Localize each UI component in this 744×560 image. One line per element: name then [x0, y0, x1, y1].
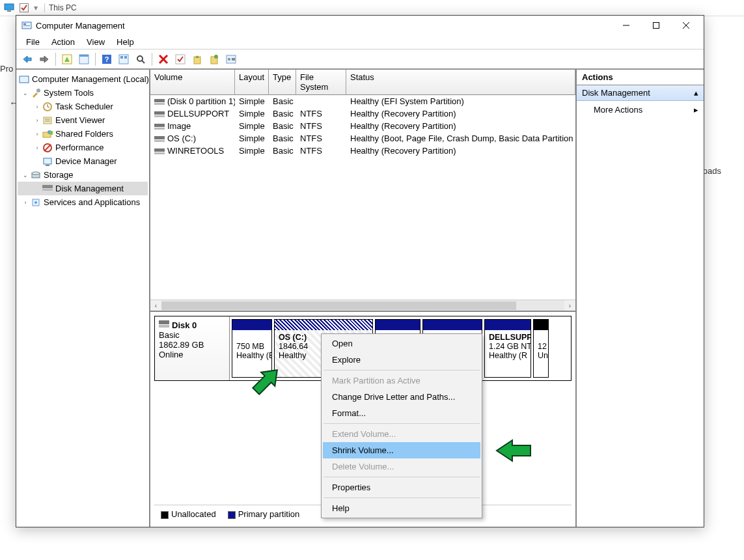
- volume-row[interactable]: OS (C:)SimpleBasicNTFSHealthy (Boot, Pag…: [150, 132, 575, 145]
- volume-row[interactable]: WINRETOOLSSimpleBasicNTFSHealthy (Recove…: [150, 145, 575, 157]
- ctx-open[interactable]: Open: [323, 335, 480, 352]
- tree-storage[interactable]: Storage: [44, 170, 74, 180]
- svg-rect-63: [159, 325, 169, 328]
- device-manager-icon: [42, 156, 53, 167]
- menu-action[interactable]: Action: [46, 36, 81, 48]
- chevron-right-icon[interactable]: ›: [33, 104, 41, 110]
- ctx-explore[interactable]: Explore: [323, 352, 480, 368]
- svg-rect-53: [154, 103, 165, 105]
- check-button[interactable]: [173, 52, 187, 66]
- action3-button[interactable]: [224, 52, 238, 66]
- actions-more[interactable]: More Actions▸: [577, 101, 704, 119]
- disk-icon: [159, 320, 169, 328]
- ctx-delete: Delete Volume...: [323, 458, 480, 475]
- monitor-icon: [4, 3, 14, 12]
- svg-rect-57: [154, 128, 165, 130]
- titlebar[interactable]: Computer Management: [16, 16, 704, 35]
- tree-system-tools[interactable]: System Tools: [44, 88, 94, 98]
- volume-row[interactable]: ImageSimpleBasicNTFSHealthy (Recovery Pa…: [150, 120, 575, 132]
- properties-button[interactable]: [77, 52, 91, 66]
- ctx-shrink[interactable]: Shrink Volume...: [323, 442, 480, 458]
- volume-list-body[interactable]: (Disk 0 partition 1)SimpleBasicHealthy (…: [150, 95, 575, 300]
- svg-point-32: [36, 89, 40, 92]
- forward-button[interactable]: [37, 52, 51, 66]
- tree-performance[interactable]: Performance: [55, 143, 103, 152]
- annotation-arrow-icon: [250, 363, 285, 396]
- disk-info[interactable]: Disk 0 Basic 1862.89 GB Online: [155, 316, 230, 380]
- show-hide-button[interactable]: [60, 52, 74, 66]
- ctx-change-letter[interactable]: Change Drive Letter and Paths...: [323, 389, 480, 405]
- volume-row[interactable]: DELLSUPPORTSimpleBasicNTFSHealthy (Recov…: [150, 107, 575, 120]
- col-status[interactable]: Status: [346, 70, 575, 94]
- ctx-properties[interactable]: Properties: [323, 479, 480, 496]
- tree-event-viewer[interactable]: Event Viewer: [55, 115, 105, 125]
- help-button[interactable]: ?: [100, 52, 114, 66]
- chevron-right-icon[interactable]: ›: [33, 117, 41, 124]
- svg-rect-54: [154, 111, 165, 115]
- horizontal-scrollbar[interactable]: ‹ ›: [150, 300, 575, 311]
- settings-button[interactable]: [117, 52, 131, 66]
- svg-point-27: [214, 55, 218, 59]
- shared-folders-icon: [42, 129, 53, 139]
- actions-header: Actions: [577, 70, 704, 85]
- scroll-right-button[interactable]: ›: [564, 300, 575, 311]
- scroll-thumb[interactable]: [161, 301, 516, 310]
- tree-shared-folders[interactable]: Shared Folders: [55, 129, 113, 139]
- ctx-help[interactable]: Help: [323, 500, 480, 516]
- partition[interactable]: DELLSUPP1.24 GB NTHealthy (R: [484, 319, 531, 378]
- ctx-extend: Extend Volume...: [323, 426, 480, 442]
- tree-root[interactable]: Computer Management (Local): [32, 74, 149, 84]
- actions-pane: Actions Disk Management▴ More Actions▸: [577, 70, 704, 527]
- svg-rect-59: [154, 140, 165, 142]
- scroll-left-button[interactable]: ‹: [150, 300, 161, 311]
- disk-name: Disk 0: [172, 320, 197, 330]
- context-menu: Open Explore Mark Partition as Active Ch…: [321, 333, 482, 518]
- svg-rect-56: [154, 124, 165, 127]
- volume-icon: [154, 148, 165, 155]
- partition[interactable]: 12Un: [533, 319, 549, 378]
- refresh-button[interactable]: [133, 52, 148, 66]
- chevron-down-icon[interactable]: ⌄: [21, 90, 29, 96]
- toolbar: ?: [16, 49, 704, 69]
- delete-button[interactable]: [156, 52, 171, 66]
- svg-rect-58: [154, 136, 165, 139]
- action2-button[interactable]: [207, 52, 221, 66]
- svg-rect-55: [154, 115, 165, 117]
- tree-disk-management[interactable]: Disk Management: [55, 184, 124, 193]
- ctx-format[interactable]: Format...: [323, 405, 480, 421]
- chevron-right-icon[interactable]: ›: [21, 199, 29, 206]
- tree-device-manager[interactable]: Device Manager: [55, 156, 117, 166]
- volume-row[interactable]: (Disk 0 partition 1)SimpleBasicHealthy (…: [150, 95, 575, 107]
- col-layout[interactable]: Layout: [235, 70, 269, 94]
- volume-icon: [154, 136, 165, 143]
- collapse-icon[interactable]: ▴: [694, 88, 698, 98]
- tree-task-scheduler[interactable]: Task Scheduler: [55, 102, 113, 111]
- chevron-right-icon[interactable]: ›: [33, 145, 41, 151]
- menu-view[interactable]: View: [81, 36, 111, 48]
- col-volume[interactable]: Volume: [150, 70, 235, 94]
- action1-button[interactable]: [190, 52, 204, 66]
- svg-rect-44: [44, 158, 51, 164]
- volume-icon: [154, 111, 165, 118]
- computer-management-icon: [19, 74, 29, 85]
- navigation-tree[interactable]: Computer Management (Local) ⌄System Tool…: [16, 70, 150, 527]
- svg-rect-31: [20, 76, 29, 83]
- tree-services-apps[interactable]: Services and Applications: [44, 197, 140, 207]
- volume-list-header[interactable]: Volume Layout Type File System Status: [150, 70, 575, 95]
- minimize-button[interactable]: [611, 16, 641, 35]
- svg-rect-18: [120, 56, 123, 59]
- close-button[interactable]: [671, 16, 701, 35]
- menu-help[interactable]: Help: [111, 36, 140, 48]
- maximize-button[interactable]: [641, 16, 671, 35]
- qat-divider: ▾: [34, 3, 38, 12]
- svg-point-51: [34, 201, 37, 204]
- chevron-right-icon[interactable]: ›: [33, 131, 41, 137]
- col-type[interactable]: Type: [269, 70, 296, 94]
- bg-text-pro: Pro: [0, 64, 13, 74]
- volume-list[interactable]: Volume Layout Type File System Status (D…: [150, 70, 575, 311]
- col-filesystem[interactable]: File System: [296, 70, 346, 94]
- menu-file[interactable]: File: [20, 36, 46, 48]
- chevron-down-icon[interactable]: ⌄: [21, 172, 29, 178]
- back-button[interactable]: [20, 52, 34, 66]
- actions-section[interactable]: Disk Management▴: [577, 85, 704, 101]
